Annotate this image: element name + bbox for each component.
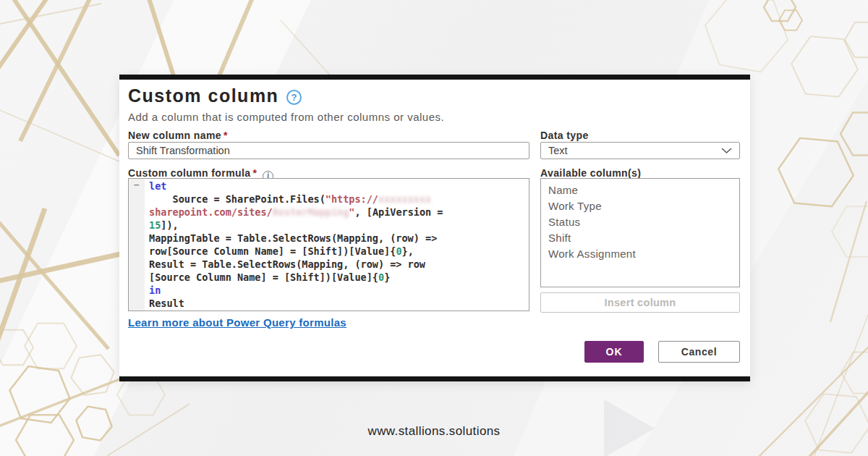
available-columns-label: Available column(s): [540, 167, 641, 179]
code-line: sharepoint.com/sites/RosterMapping", [Ap…: [149, 206, 524, 219]
code-line: 15]),: [149, 219, 524, 232]
code-line: in: [149, 284, 524, 297]
code-line: row[Source Column Name] = [Shift])[Value…: [149, 245, 524, 258]
data-type-value: Text: [548, 145, 721, 156]
dialog-bottom-bar: [119, 376, 750, 381]
available-column-item[interactable]: Name: [541, 182, 739, 198]
custom-column-dialog: Custom column ? Add a column that is com…: [119, 75, 750, 381]
new-column-name-label: New column name*: [128, 130, 228, 141]
required-asterisk: *: [252, 167, 257, 179]
new-column-name-input[interactable]: [128, 142, 529, 159]
code-line: let: [149, 180, 524, 193]
dialog-top-bar: [119, 75, 750, 80]
page-title: Custom column: [128, 85, 278, 106]
code-line: Source = SharePoint.Files("https://xxxxx…: [149, 193, 524, 206]
available-column-item[interactable]: Status: [541, 214, 739, 229]
required-asterisk: *: [224, 130, 228, 141]
code-line: Result: [149, 297, 524, 310]
available-column-item[interactable]: Work Assignment: [541, 246, 739, 261]
data-type-label: Data type: [540, 130, 589, 141]
data-type-select[interactable]: Text: [540, 142, 740, 159]
dialog-subtitle: Add a column that is computed from other…: [128, 111, 444, 123]
code-line: Result = Table.SelectRows(Mapping, (row)…: [149, 258, 524, 271]
code-gutter: −: [129, 179, 145, 311]
formula-editor[interactable]: − let Source = SharePoint.Files("https:/…: [128, 178, 529, 311]
cancel-button[interactable]: Cancel: [658, 341, 740, 363]
help-icon[interactable]: ?: [286, 90, 302, 105]
available-column-item[interactable]: Shift: [541, 230, 739, 245]
formula-code[interactable]: let Source = SharePoint.Files("https://x…: [145, 179, 529, 311]
ok-button[interactable]: OK: [584, 341, 644, 363]
insert-column-button[interactable]: Insert column: [540, 292, 740, 313]
code-line: [Source Column Name] = [Shift])[Value]{0…: [149, 271, 524, 284]
available-column-item[interactable]: Work Type: [541, 198, 739, 214]
fold-marker-icon[interactable]: −: [134, 180, 140, 190]
learn-more-link[interactable]: Learn more about Power Query formulas: [128, 316, 346, 329]
watermark-url: www.stallions.solutions: [0, 424, 868, 439]
available-columns-list[interactable]: NameWork TypeStatusShiftWork Assignment: [540, 178, 740, 287]
chevron-down-icon: [721, 147, 732, 154]
code-line: MappingTable = Table.SelectRows(Mapping,…: [149, 232, 524, 245]
